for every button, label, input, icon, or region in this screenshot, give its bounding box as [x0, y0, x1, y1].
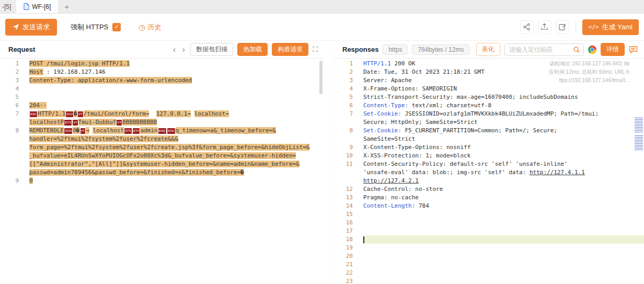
code-row[interactable]: SameSite=Strict — [334, 135, 644, 143]
code-row[interactable]: 16 — [334, 219, 644, 227]
code-segment: Date: Tue, 31 Oct 2023 21:18:21 GMT — [363, 69, 485, 75]
code-row[interactable]: passwd=admin789456&passwd_before=&finish… — [0, 168, 324, 177]
code-row[interactable]: [["Administrator","[All]"]]&systemuser-h… — [0, 160, 324, 168]
code-row[interactable]: 90 — [0, 177, 324, 185]
code-row[interactable]: 2Host : 192.168.127.146 — [0, 68, 324, 76]
control-char-badge: SOH — [167, 128, 175, 134]
line-number: 4 — [0, 85, 29, 93]
code-row[interactable]: handler=%2ftmui%2fsystem%2fuser%2fcreate… — [0, 135, 324, 143]
code-row[interactable]: 3Content-Type: application/x-www-form-ur… — [0, 76, 324, 85]
code-row[interactable]: 12Cache-Control: no-store — [334, 185, 644, 194]
code-row[interactable]: 14Content-Length: 784 — [334, 202, 644, 210]
code-segment: HTTP/1.1 — [38, 110, 65, 117]
code-line: Content-Type: application/x-www-form-url… — [29, 76, 192, 85]
fullscreen-icon[interactable]: ⛶ — [313, 45, 318, 54]
request-panel-title: Request — [8, 46, 35, 53]
line-number: 15 — [334, 210, 363, 219]
history-button[interactable]: ◷ 历史 — [139, 22, 161, 32]
code-row[interactable]: 11Content-Security-Policy: default-src '… — [334, 160, 644, 168]
share-button[interactable] — [520, 20, 534, 34]
line-number: 1 — [0, 60, 29, 68]
force-https-checkbox[interactable]: ✓ — [112, 23, 121, 31]
code-row[interactable]: Secure; HttpOnly; SameSite=Strict — [334, 118, 644, 127]
code-segment: X-Frame-Options: SAMEORIGIN — [363, 85, 457, 92]
code-row[interactable]: 8REMOTEROLESOH0�VT→ localhostSTXETXadmin… — [0, 127, 324, 135]
paper-plane-icon — [13, 24, 19, 30]
code-row[interactable]: 6Content-Type: text/xml; charset=utf-8 — [334, 101, 644, 110]
response-header-controls: 美化 详情 — [476, 43, 638, 56]
beautify-button[interactable]: 美化 — [476, 43, 500, 56]
send-request-button[interactable]: 发送请求 — [5, 19, 57, 36]
response-editor[interactable]: 1HTTP/1.1 200 OK远程地址:192.168.127.146:443… — [334, 59, 644, 284]
code-row[interactable]: 20 — [334, 252, 644, 260]
line-number: 21 — [334, 260, 363, 269]
code-segment: Server: Apache — [363, 77, 412, 84]
code-row[interactable]: 1HTTP/1.1 200 OK远程地址:192.168.127.146:443… — [334, 60, 644, 68]
details-button[interactable]: 详情 — [601, 43, 625, 56]
locate-response-input[interactable] — [509, 46, 573, 53]
prev-packet-button[interactable]: ‹ — [172, 45, 177, 54]
code-segment: F5_CURRENT_PARTITION=Common; Path=/; Sec… — [401, 127, 557, 134]
request-panel: Request ‹ › 数据包扫描 热加载 构造请求 ⛶ 1POST /tmui… — [0, 41, 324, 284]
line-number: 6 — [334, 101, 363, 110]
construct-request-button[interactable]: 构造请求 — [272, 43, 308, 56]
code-row[interactable]: form_page=%2ftmui%2fsystem%2fuser%2fcrea… — [0, 143, 324, 152]
code-row[interactable]: 6204·· — [0, 101, 324, 110]
code-segment: Secure; HttpOnly; SameSite=Strict — [363, 119, 478, 126]
chat-icon[interactable] — [629, 46, 638, 54]
code-row[interactable]: 13Pragma: no-cache — [334, 194, 644, 202]
panel-splitter[interactable] — [324, 41, 334, 284]
code-row[interactable]: http://127.4.2.1 — [334, 177, 644, 185]
chrome-icon[interactable] — [588, 46, 596, 54]
code-line: Secure; HttpOnly; SameSite=Strict — [363, 118, 478, 127]
next-packet-button[interactable]: › — [181, 45, 187, 54]
code-segment: BBBBBBBBBB — [122, 119, 157, 126]
code-row[interactable]: 19 — [334, 244, 644, 252]
code-row[interactable]: 5 — [0, 93, 324, 101]
code-row[interactable]: 9X-Content-Type-Options: nosniff — [334, 143, 644, 152]
code-row[interactable]: _bufvalue=eIL4RUnSwXYoPUIOGcOFx2o00Xc%3d… — [0, 152, 324, 160]
scrollbar-thumb[interactable] — [319, 61, 323, 94]
code-line: 0 — [29, 177, 33, 185]
code-row[interactable]: 7ESCHTTP/1.1DC2�VT/tmui/Control/form→ 12… — [0, 110, 324, 118]
code-row[interactable]: 4 — [0, 85, 324, 93]
code-row[interactable]: 7Set-Cookie: JSESSIONID=ozlafg1mTMVKXkbk… — [334, 110, 644, 118]
code-row[interactable]: 1POST /tmui/login.jsp HTTP/1.1 — [0, 60, 324, 68]
code-row[interactable]: 18 — [334, 235, 644, 244]
code-row[interactable]: 5Strict-Transport-Security: max-age=1607… — [334, 93, 644, 101]
code-line — [363, 235, 364, 244]
code-row[interactable]: 22 — [334, 269, 644, 277]
code-row[interactable]: 17 — [334, 227, 644, 235]
line-number: 10 — [334, 152, 363, 160]
hot-reload-button[interactable]: 热加载 — [237, 43, 268, 56]
search-icon[interactable] — [573, 46, 580, 53]
code-segment: 'unsafe-eval' data: blob:; img-src 'self… — [363, 169, 530, 176]
code-row[interactable]: 8Set-Cookie: F5_CURRENT_PARTITION=Common… — [334, 127, 644, 135]
tab-prev[interactable]: -[5] — [0, 0, 16, 13]
code-row[interactable]: 23 — [334, 277, 644, 284]
control-char-badge: VT — [78, 111, 83, 117]
code-row[interactable]: 3Server: Apachettps://192.168.127.146/tm… — [334, 76, 644, 85]
line-number: 12 — [334, 185, 363, 194]
line-number: 2 — [334, 68, 363, 76]
code-line: Cache-Control: no-store — [363, 185, 443, 194]
request-editor[interactable]: 1POST /tmui/login.jsp HTTP/1.12Host : 19… — [0, 59, 324, 284]
code-row[interactable]: 21 — [334, 260, 644, 269]
code-row[interactable]: localhostPETXVTTmui-DubbufVTBBBBBBBBBB — [0, 118, 324, 127]
add-tab-button[interactable]: + — [58, 0, 75, 13]
tab-active[interactable]: WF-[6] — [16, 0, 58, 13]
code-row[interactable]: 'unsafe-eval' data: blob:; img-src 'self… — [334, 168, 644, 177]
code-segment: localhostP — [29, 119, 64, 126]
code-line: HTTP/1.1 200 OK — [363, 60, 415, 68]
packet-scan-button[interactable]: 数据包扫描 — [190, 43, 233, 56]
edit-button[interactable] — [556, 20, 569, 34]
export-button[interactable] — [538, 20, 551, 34]
generate-yaml-button[interactable]: </> 生成 Yaml — [582, 19, 639, 35]
code-row[interactable]: 2Date: Tue, 31 Oct 2023 21:18:21 GMT应时间:… — [334, 68, 644, 76]
line-number: 7 — [0, 110, 29, 118]
document-icon — [24, 3, 29, 10]
code-row[interactable]: 10X-XSS-Protection: 1; mode=block — [334, 152, 644, 160]
minimap[interactable] — [634, 59, 644, 284]
code-row[interactable]: 15 — [334, 210, 644, 219]
code-row[interactable]: 4X-Frame-Options: SAMEORIGIN — [334, 85, 644, 93]
